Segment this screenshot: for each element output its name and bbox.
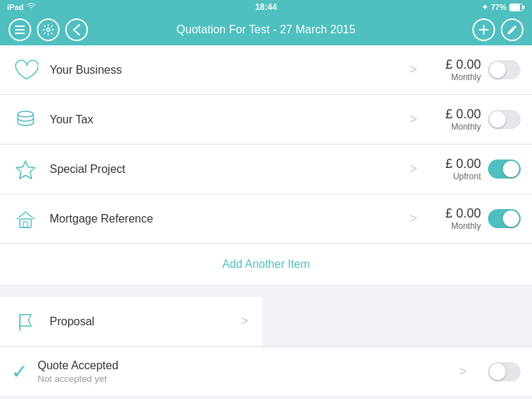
mortgage-reference-row[interactable]: Mortgage Reference > £ 0.00 Monthly	[0, 194, 532, 244]
special-project-amount: £ 0.00	[431, 157, 481, 172]
heart-icon-container	[11, 56, 40, 84]
mortgage-reference-price: £ 0.00 Monthly	[431, 206, 481, 231]
heart-icon	[13, 57, 38, 83]
your-business-row[interactable]: Your Business > £ 0.00 Monthly	[0, 45, 532, 95]
special-project-price: £ 0.00 Upfront	[431, 157, 481, 181]
mortgage-reference-freq: Monthly	[431, 221, 481, 231]
your-business-toggle[interactable]	[488, 60, 521, 79]
quote-accepted-sublabel: Not accepted yet	[38, 373, 459, 384]
svg-rect-1	[510, 4, 520, 11]
your-tax-label: Your Tax	[50, 113, 409, 126]
status-left: iPad	[7, 3, 35, 11]
your-tax-row[interactable]: Your Tax > £ 0.00 Monthly	[0, 95, 532, 145]
menu-button[interactable]	[9, 18, 31, 41]
svg-point-9	[18, 111, 33, 117]
back-button[interactable]	[65, 18, 88, 41]
content-area: Your Business > £ 0.00 Monthly Your Tax …	[0, 45, 532, 399]
settings-button[interactable]	[37, 18, 60, 41]
special-project-freq: Upfront	[431, 172, 481, 181]
mortgage-reference-amount: £ 0.00	[431, 206, 481, 221]
plus-icon	[478, 24, 489, 35]
add-another-item-row[interactable]: Add Another Item	[0, 244, 532, 286]
svg-rect-11	[20, 219, 31, 227]
database-icon-container	[11, 106, 40, 134]
battery-label: 77%	[491, 3, 506, 11]
chevron-icon-1: >	[409, 112, 417, 127]
chevron-icon-2: >	[409, 162, 417, 176]
toggle-knob-2	[503, 161, 519, 177]
special-project-right: £ 0.00 Upfront	[431, 157, 521, 181]
status-right: ✦ 77%	[482, 3, 525, 12]
proposal-icon-container	[11, 308, 40, 336]
svg-rect-12	[23, 222, 28, 227]
toggle-knob-0	[489, 62, 506, 78]
mortgage-reference-toggle[interactable]	[488, 209, 521, 228]
wifi-icon	[27, 3, 35, 11]
mortgage-reference-label: Mortgage Reference	[50, 213, 409, 225]
chevron-proposal: >	[240, 314, 248, 329]
home-icon	[13, 206, 38, 232]
special-project-row[interactable]: Special Project > £ 0.00 Upfront	[0, 145, 532, 194]
checkmark-icon: ✓	[11, 360, 28, 383]
status-bar: iPad 18:44 ✦ 77%	[0, 0, 532, 14]
your-business-price: £ 0.00 Monthly	[431, 57, 481, 82]
special-project-toggle[interactable]	[488, 159, 521, 179]
toggle-knob-1	[489, 111, 506, 128]
proposal-row[interactable]: Proposal >	[0, 297, 532, 347]
svg-point-6	[47, 28, 50, 32]
chevron-quote: >	[459, 364, 467, 379]
your-tax-toggle[interactable]	[488, 110, 521, 129]
status-time: 18:44	[255, 2, 277, 12]
toggle-knob-quote	[489, 364, 506, 380]
your-tax-amount: £ 0.00	[431, 107, 481, 122]
proposal-right	[262, 297, 532, 346]
your-tax-right: £ 0.00 Monthly	[431, 107, 521, 132]
edit-button[interactable]	[501, 18, 523, 41]
star-icon	[13, 157, 38, 182]
toggle-knob-3	[503, 210, 519, 227]
home-icon-container	[11, 205, 40, 233]
nav-bar: Quotation For Test - 27 March 2015	[0, 14, 532, 45]
back-icon	[72, 23, 81, 36]
gear-icon	[42, 23, 55, 36]
nav-title: Quotation For Test - 27 March 2015	[177, 23, 355, 36]
flag-icon	[13, 309, 38, 335]
quote-accepted-toggle[interactable]	[488, 362, 521, 381]
chevron-icon-0: >	[409, 62, 417, 77]
quote-accepted-row[interactable]: ✓ Quote Accepted Not accepted yet >	[0, 347, 532, 397]
star-icon-container	[11, 155, 40, 184]
mortgage-reference-right: £ 0.00 Monthly	[431, 206, 521, 231]
ipad-label: iPad	[7, 3, 23, 11]
your-tax-freq: Monthly	[431, 122, 481, 132]
your-business-freq: Monthly	[431, 72, 481, 82]
proposal-left: Proposal	[0, 297, 226, 346]
nav-right	[472, 18, 523, 41]
pencil-icon	[506, 24, 518, 35]
special-project-label: Special Project	[50, 163, 409, 176]
quote-accepted-label: Quote Accepted	[38, 359, 459, 372]
your-tax-price: £ 0.00 Monthly	[431, 107, 481, 132]
database-icon	[13, 107, 38, 133]
your-business-label: Your Business	[50, 64, 409, 77]
add-button[interactable]	[472, 18, 495, 41]
your-business-right: £ 0.00 Monthly	[431, 57, 521, 82]
svg-rect-2	[523, 6, 525, 9]
your-business-amount: £ 0.00	[431, 57, 481, 72]
menu-icon	[14, 25, 26, 35]
chevron-icon-3: >	[409, 211, 417, 226]
nav-left	[9, 18, 88, 41]
add-another-item-button[interactable]: Add Another Item	[222, 258, 310, 271]
battery-icon	[509, 4, 525, 11]
svg-marker-10	[16, 161, 35, 179]
bluetooth-icon: ✦	[482, 3, 488, 12]
proposal-label: Proposal	[50, 315, 215, 328]
